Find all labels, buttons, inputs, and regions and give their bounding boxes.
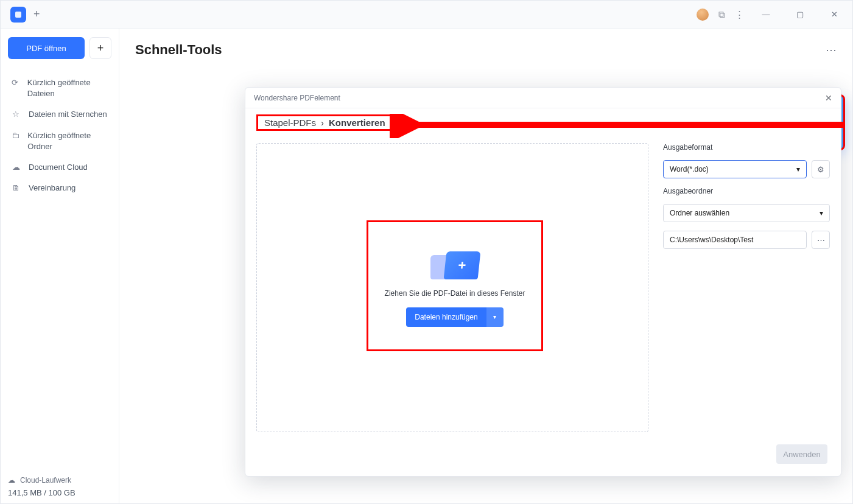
sidebar-item-recent-files[interactable]: ⟳ Kürzlich geöffnete Dateien bbox=[8, 72, 111, 104]
folder-icon: 🗀 bbox=[10, 131, 20, 140]
main-area: Schnell-Tools ⋯ Stapel-PDFs PDFs stapelw… bbox=[119, 29, 852, 503]
output-folder-label: Ausgabeordner bbox=[663, 187, 830, 195]
output-folder-select[interactable]: Ordner auswählen ▾ bbox=[663, 204, 830, 222]
chevron-right-icon: › bbox=[321, 117, 324, 128]
page-title: Schnell-Tools bbox=[135, 42, 222, 58]
window-close-button[interactable]: ✕ bbox=[822, 5, 846, 24]
format-settings-button[interactable]: ⚙ bbox=[812, 160, 830, 178]
sidebar-item-label: Vereinbarung bbox=[29, 183, 75, 194]
open-pdf-button[interactable]: PDF öffnen bbox=[8, 37, 85, 59]
sidebar: PDF öffnen + ⟳ Kürzlich geöffnete Dateie… bbox=[1, 29, 119, 503]
modal-close-button[interactable]: ✕ bbox=[825, 93, 832, 103]
window-maximize-button[interactable]: ▢ bbox=[788, 5, 812, 24]
chevron-down-icon: ▾ bbox=[796, 165, 800, 173]
sidebar-item-label: Kürzlich geöffnete Dateien bbox=[27, 77, 109, 99]
batch-modal: Wondershare PDFelement ✕ Stapel-PDFs › K… bbox=[245, 87, 841, 477]
cloud-icon: ☁ bbox=[8, 476, 15, 485]
app-logo bbox=[10, 7, 26, 23]
apply-button[interactable]: Anwenden bbox=[776, 444, 827, 464]
cloud-icon: ☁ bbox=[10, 163, 21, 172]
new-tab-button[interactable]: + bbox=[33, 8, 40, 21]
output-format-select[interactable]: Word(*.doc) ▾ bbox=[663, 160, 807, 178]
output-format-label: Ausgabeformat bbox=[663, 143, 830, 152]
select-value: Word(*.doc) bbox=[670, 165, 709, 173]
file-dropzone[interactable]: + Ziehen Sie die PDF-Datei in dieses Fen… bbox=[256, 143, 648, 432]
sidebar-item-label: Kürzlich geöffnete Ordner bbox=[27, 130, 109, 152]
chevron-down-icon: ▾ bbox=[820, 209, 823, 217]
svg-rect-0 bbox=[15, 12, 21, 18]
annotation-arrow bbox=[390, 114, 852, 138]
storage-usage: 141,5 MB / 100 GB bbox=[8, 488, 111, 497]
clock-icon: ⟳ bbox=[10, 78, 20, 87]
breadcrumb: Stapel-PDFs › Konvertieren bbox=[256, 114, 393, 131]
sidebar-item-label: Document Cloud bbox=[29, 162, 88, 173]
cloud-drive-link[interactable]: ☁ Cloud-Laufwerk bbox=[8, 476, 111, 485]
add-files-dropdown-button[interactable]: ▾ bbox=[486, 307, 504, 327]
modal-window-title: Wondershare PDFelement bbox=[254, 94, 340, 102]
sidebar-item-agreement[interactable]: 🗎 Vereinbarung bbox=[8, 178, 111, 198]
sidebar-item-recent-folders[interactable]: 🗀 Kürzlich geöffnete Ordner bbox=[8, 125, 111, 157]
breadcrumb-root[interactable]: Stapel-PDFs bbox=[264, 117, 316, 128]
more-icon[interactable]: ⋮ bbox=[735, 9, 744, 20]
feedback-icon[interactable]: ⧉ bbox=[718, 9, 725, 20]
add-file-button[interactable]: + bbox=[90, 37, 111, 59]
sidebar-item-label: Dateien mit Sternchen bbox=[29, 109, 107, 120]
folder-add-icon: + bbox=[430, 245, 479, 279]
add-files-button[interactable]: Dateien hinzufügen bbox=[406, 307, 486, 327]
avatar[interactable] bbox=[697, 9, 709, 21]
sidebar-item-cloud[interactable]: ☁ Document Cloud bbox=[8, 157, 111, 178]
select-value: Ordner auswählen bbox=[670, 209, 729, 217]
output-path-input[interactable] bbox=[663, 231, 807, 249]
sidebar-item-starred[interactable]: ☆ Dateien mit Sternchen bbox=[8, 104, 111, 125]
page-menu-button[interactable]: ⋯ bbox=[826, 43, 837, 57]
star-icon: ☆ bbox=[10, 110, 21, 119]
drop-hint-text: Ziehen Sie die PDF-Datei in dieses Fenst… bbox=[385, 289, 525, 298]
title-bar: + ⧉ ⋮ — ▢ ✕ bbox=[1, 1, 852, 29]
window-minimize-button[interactable]: — bbox=[754, 5, 778, 24]
document-icon: 🗎 bbox=[10, 183, 21, 192]
breadcrumb-current: Konvertieren bbox=[329, 117, 385, 128]
browse-folder-button[interactable]: ⋯ bbox=[812, 231, 830, 249]
cloud-drive-label: Cloud-Laufwerk bbox=[20, 476, 71, 485]
